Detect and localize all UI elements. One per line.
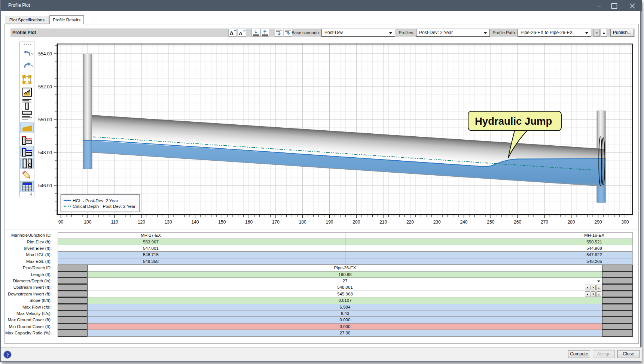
svg-text:300: 300 bbox=[621, 219, 629, 225]
svg-text:170: 170 bbox=[272, 219, 280, 225]
svg-text:550.00: 550.00 bbox=[38, 117, 52, 122]
svg-text:120: 120 bbox=[138, 219, 145, 225]
svg-text:180: 180 bbox=[299, 219, 306, 225]
svg-text:90: 90 bbox=[58, 219, 64, 225]
svg-text:260: 260 bbox=[514, 219, 521, 225]
svg-text:190: 190 bbox=[326, 219, 333, 225]
svg-text:250: 250 bbox=[487, 219, 494, 225]
svg-text:HGL - Post-Dev: 2 Year: HGL - Post-Dev: 2 Year bbox=[73, 198, 118, 203]
svg-text:220: 220 bbox=[406, 219, 414, 225]
svg-text:130: 130 bbox=[165, 219, 172, 225]
svg-text:A: A bbox=[230, 30, 234, 36]
svg-text:230: 230 bbox=[433, 219, 441, 225]
svg-text:100: 100 bbox=[84, 219, 91, 225]
svg-text:A: A bbox=[239, 31, 242, 36]
svg-text:150: 150 bbox=[218, 219, 226, 225]
svg-text:548.00: 548.00 bbox=[38, 150, 52, 155]
svg-text:Hydraulic Jump: Hydraulic Jump bbox=[475, 115, 552, 127]
svg-text:280: 280 bbox=[568, 219, 575, 225]
svg-text:210: 210 bbox=[379, 219, 387, 225]
svg-text:160: 160 bbox=[245, 219, 253, 225]
svg-text:546.00: 546.00 bbox=[38, 183, 52, 188]
svg-text:290: 290 bbox=[594, 219, 602, 225]
svg-text:270: 270 bbox=[541, 219, 548, 225]
svg-text:200: 200 bbox=[352, 219, 360, 225]
svg-text:240: 240 bbox=[460, 219, 467, 225]
svg-text:554.00: 554.00 bbox=[38, 51, 52, 57]
svg-text:552.00: 552.00 bbox=[38, 84, 52, 90]
svg-text:110: 110 bbox=[111, 219, 118, 225]
svg-text:?: ? bbox=[6, 352, 9, 358]
svg-text:Critical Depth - Post-Dev: 2 Y: Critical Depth - Post-Dev: 2 Year bbox=[73, 204, 135, 209]
svg-text:140: 140 bbox=[191, 219, 199, 225]
